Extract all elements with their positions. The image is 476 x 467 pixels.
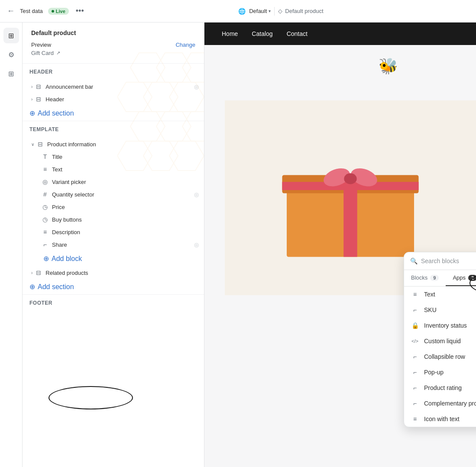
left-panel: Default product Preview Change Gift Card… bbox=[23, 23, 204, 467]
popup-label: Pop-up bbox=[424, 369, 444, 376]
text-icon: ≡ bbox=[42, 166, 49, 173]
template-section-label: Template bbox=[23, 121, 204, 138]
blocks-tab-label: Blocks bbox=[411, 274, 427, 281]
share-label: Share bbox=[52, 242, 194, 248]
tab-blocks[interactable]: Blocks 9 bbox=[404, 270, 446, 286]
add-block-button[interactable]: ⊕ Add block bbox=[23, 251, 204, 266]
add-section-button-2[interactable]: ⊕ Add section bbox=[23, 279, 204, 294]
sidebar-btn-apps[interactable]: ⊞ bbox=[3, 66, 19, 81]
quantity-selector-label: Quantity selector bbox=[52, 191, 194, 198]
related-products-label: Related products bbox=[45, 270, 199, 276]
tree-item-description[interactable]: ≡ Description bbox=[38, 226, 202, 238]
complementary-products-icon: ⌐ bbox=[411, 400, 419, 407]
product-information-children: T Title ≡ Text ◎ Variant picker # Quanti… bbox=[23, 151, 204, 251]
gift-box-svg bbox=[259, 129, 441, 267]
tree-item-related-products[interactable]: › ⊟ Related products bbox=[24, 267, 202, 279]
apps-icon: ⊞ bbox=[8, 70, 14, 78]
tree-item-quantity-selector[interactable]: # Quantity selector ◎ bbox=[38, 188, 202, 200]
add-section-button-1[interactable]: ⊕ Add section bbox=[23, 106, 204, 121]
tree-item-text[interactable]: ≡ Text bbox=[38, 163, 202, 175]
icon-sidebar: ⊞ ⚙ ⊞ bbox=[0, 23, 23, 467]
chevron-right-icon-2: › bbox=[31, 97, 32, 102]
collapsible-row-icon: ⌐ bbox=[411, 353, 419, 360]
tree-item-share[interactable]: ⌐ Share ◎ bbox=[38, 238, 202, 251]
bee-icon: 🐝 bbox=[379, 57, 398, 75]
inventory-status-label: Inventory status bbox=[424, 322, 467, 329]
nav-catalog[interactable]: Catalog bbox=[252, 30, 272, 37]
diamond-icon: ◇ bbox=[278, 8, 282, 14]
search-input-row: 🔍 bbox=[404, 252, 476, 270]
collapsible-row-label: Collapsible row bbox=[424, 353, 465, 360]
tree-item-announcement-bar[interactable]: › ⊟ Announcement bar ◎ bbox=[24, 81, 202, 93]
product-rating-label: Product rating bbox=[424, 384, 462, 391]
tree-item-header[interactable]: › ⊟ Header bbox=[24, 93, 202, 105]
related-products-icon: ⊟ bbox=[35, 269, 42, 276]
block-item-inventory-status[interactable]: 🔒 Inventory status bbox=[404, 318, 476, 333]
tab-apps[interactable]: Apps 2 bbox=[446, 270, 476, 286]
layout-icon: ⊞ bbox=[8, 32, 14, 40]
default-label[interactable]: Default ▾ bbox=[249, 8, 271, 14]
gift-card-row: Gift Card ↗ bbox=[31, 50, 195, 56]
plus-icon-3: ⊕ bbox=[29, 283, 35, 291]
block-item-complementary-products[interactable]: ⌐ Complementary products bbox=[404, 396, 476, 411]
more-button[interactable]: ••• bbox=[74, 5, 86, 17]
product-information-label: Product information bbox=[47, 141, 199, 148]
block-item-collapsible-row[interactable]: ⌐ Collapsible row bbox=[404, 349, 476, 364]
change-button[interactable]: Change bbox=[175, 42, 195, 48]
buy-buttons-label: Buy buttons bbox=[52, 216, 199, 223]
main-layout: ⊞ ⚙ ⊞ bbox=[0, 23, 476, 467]
price-icon: ◷ bbox=[42, 203, 49, 210]
block-list: ≡ Text ⌐ SKU 🔒 Inventory status </> Cust… bbox=[404, 287, 476, 427]
preview-row: Preview Change bbox=[31, 42, 195, 48]
nav-contact[interactable]: Contact bbox=[287, 30, 308, 37]
description-label: Description bbox=[52, 229, 199, 235]
custom-liquid-icon: </> bbox=[411, 338, 419, 344]
tree-item-variant-picker[interactable]: ◎ Variant picker bbox=[38, 176, 202, 188]
chevron-right-icon: › bbox=[31, 84, 32, 89]
description-icon: ≡ bbox=[42, 229, 49, 235]
search-icon: 🔍 bbox=[410, 258, 418, 264]
tree-item-title[interactable]: T Title bbox=[38, 151, 202, 163]
sku-icon: ⌐ bbox=[411, 306, 419, 313]
external-link-icon: ↗ bbox=[56, 50, 60, 56]
block-item-icon-with-text[interactable]: ≡ Icon with text bbox=[404, 411, 476, 427]
live-badge: Live bbox=[48, 8, 69, 15]
block-item-popup[interactable]: ⌐ Pop-up bbox=[404, 364, 476, 380]
search-blocks-popup: 🔍 Blocks 9 Apps 2 ≡ Text ⌐ bbox=[404, 252, 476, 427]
header-section-label: Header bbox=[23, 64, 204, 80]
custom-liquid-label: Custom liquid bbox=[424, 338, 461, 345]
icon-with-text-label: Icon with text bbox=[424, 415, 460, 422]
tree-item-buy-buttons[interactable]: ◷ Buy buttons bbox=[38, 213, 202, 225]
block-item-sku[interactable]: ⌐ SKU bbox=[404, 302, 476, 318]
section-label-footer: Footer bbox=[29, 300, 197, 306]
announcement-bar-icon: ⊟ bbox=[35, 83, 42, 90]
sidebar-btn-layout[interactable]: ⊞ bbox=[3, 28, 19, 43]
block-item-custom-liquid[interactable]: </> Custom liquid bbox=[404, 333, 476, 349]
tabs-row: Blocks 9 Apps 2 bbox=[404, 270, 476, 287]
panel-title: Default product bbox=[31, 29, 195, 36]
quantity-selector-icon: # bbox=[42, 191, 49, 198]
sku-label: SKU bbox=[424, 306, 437, 313]
back-icon[interactable]: ← bbox=[7, 6, 15, 16]
buy-buttons-icon: ◷ bbox=[42, 216, 49, 223]
sidebar-btn-settings[interactable]: ⚙ bbox=[3, 47, 19, 62]
tree-item-price[interactable]: ◷ Price bbox=[38, 201, 202, 213]
search-blocks-input[interactable] bbox=[421, 258, 476, 264]
svg-point-18 bbox=[344, 173, 356, 184]
nav-home[interactable]: Home bbox=[222, 30, 238, 37]
block-item-product-rating[interactable]: ⌐ Product rating bbox=[404, 380, 476, 396]
block-item-text[interactable]: ≡ Text bbox=[404, 287, 476, 302]
variant-picker-label: Variant picker bbox=[52, 179, 199, 185]
header-label: Header bbox=[45, 96, 199, 103]
tree-item-product-information[interactable]: ∨ ⊟ Product information bbox=[24, 138, 202, 150]
text-block-icon: ≡ bbox=[411, 291, 419, 298]
header-icon: ⊟ bbox=[35, 96, 42, 103]
topbar-left: ← Test data Live ••• bbox=[7, 5, 86, 17]
visibility-off-icon-3: ◎ bbox=[194, 242, 199, 248]
panel-default-product: Default product Preview Change Gift Card… bbox=[23, 23, 204, 64]
preview-label: Preview bbox=[31, 42, 51, 48]
footer-section: Footer bbox=[23, 294, 204, 311]
icon-with-text-icon: ≡ bbox=[411, 415, 419, 422]
share-icon: ⌐ bbox=[42, 241, 49, 248]
price-label: Price bbox=[52, 204, 199, 210]
